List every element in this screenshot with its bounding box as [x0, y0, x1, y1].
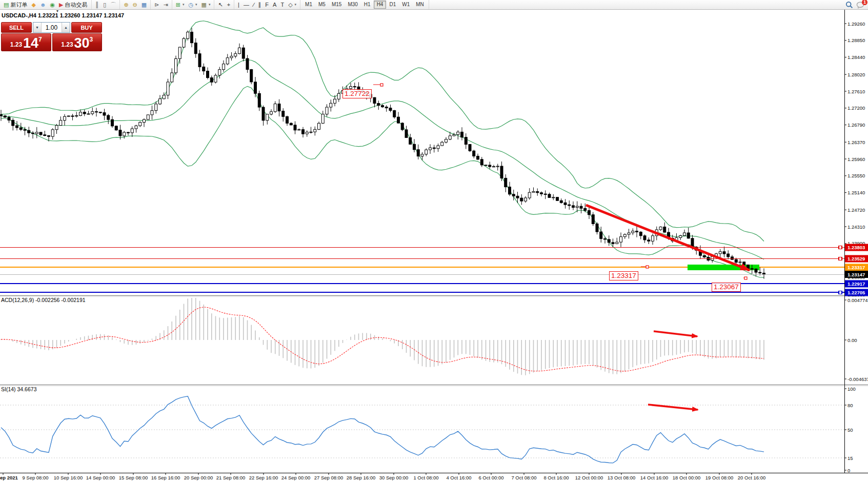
add-indicator-icon: ⊞	[176, 1, 180, 9]
line-handle[interactable]	[839, 291, 842, 294]
time-axis-label: ep 2021	[0, 475, 18, 480]
volume-box: ▼ 1.00 ▲	[33, 22, 70, 33]
timeframe-button-m1[interactable]: M1	[302, 1, 315, 9]
line-handle[interactable]	[839, 246, 842, 249]
notification-badge: 1	[862, 0, 867, 5]
buy-price[interactable]: 1.23 30 3	[52, 33, 103, 51]
price-annotation-label[interactable]: 1.23067	[712, 283, 741, 292]
sell-price[interactable]: 1.23 14 7	[1, 33, 51, 51]
line-handle[interactable]	[839, 257, 842, 260]
one-click-trade-panel: SELL ▼ 1.00 ▲ BUY 1.23 14 7 1.23 30 3	[1, 22, 102, 51]
chevron-down-icon: ▾	[209, 3, 211, 7]
bollinger-upper-band	[1, 21, 764, 242]
tile-windows-icon[interactable]: ▦	[139, 1, 149, 9]
price-tick: 1.25550	[847, 173, 865, 178]
price-tick: 1.28440	[847, 54, 865, 60]
time-axis-label: 18 Oct 00:00	[673, 475, 700, 480]
trendline-icon[interactable]: ∕	[251, 1, 256, 9]
periods-button[interactable]: ◷▾	[186, 1, 199, 9]
chart-shift-icon[interactable]: ⇥	[161, 1, 170, 9]
indicator-axis-tick: 0	[847, 468, 850, 473]
search-icon[interactable]	[845, 1, 853, 9]
templates-button[interactable]: ▦▾	[199, 1, 213, 9]
zoom-out-icon[interactable]: ⊖	[131, 1, 139, 9]
timeframe-button-m15[interactable]: M15	[329, 1, 345, 9]
indicator-axis-tick: 0.004774	[847, 297, 868, 303]
timeframe-button-h1[interactable]: H1	[361, 1, 374, 9]
price-annotation-label[interactable]: 1.27722	[342, 89, 372, 98]
text-icon: A	[273, 1, 276, 9]
auto-scroll-icon[interactable]: ⊳	[152, 1, 161, 9]
time-axis-label: 19 Oct 08:00	[705, 475, 733, 480]
toolbar-group: ║▯⌒	[92, 0, 120, 9]
macd-trend-arrow[interactable]	[654, 331, 697, 336]
shapes-button[interactable]: ◇▾	[286, 1, 298, 9]
timeframe-button-d1[interactable]: D1	[386, 1, 399, 9]
candlestick-chart-icon[interactable]: ▯	[101, 1, 108, 9]
timeframe-button-mn[interactable]: MN	[413, 1, 427, 9]
timeframe-button-m30[interactable]: M30	[345, 1, 360, 9]
fibonacci-icon[interactable]: F	[263, 1, 271, 9]
community-icon: ☻	[40, 1, 46, 9]
svg-text:1.22917: 1.22917	[847, 281, 865, 287]
cursor-icon[interactable]: ↖	[216, 1, 225, 9]
volume-increase-button[interactable]: ▲	[62, 23, 70, 32]
time-axis-label: 13 Oct 08:00	[608, 475, 635, 480]
zoom-in-icon[interactable]: ⊕	[122, 1, 130, 9]
signals-icon: ◉	[50, 1, 55, 9]
chart-canvas: 1.292601.288501.284401.280201.276101.272…	[0, 9, 868, 482]
chart[interactable]: 1.292601.288501.284401.280201.276101.272…	[0, 9, 868, 482]
text-icon[interactable]: A	[271, 1, 278, 9]
crosshair-icon[interactable]: +	[225, 1, 232, 9]
timeframe-button-m5[interactable]: M5	[315, 1, 329, 9]
candlestick-chart-icon: ▯	[103, 1, 106, 9]
time-axis-label: 24 Sep 00:00	[281, 475, 311, 480]
sell-button[interactable]: SELL	[1, 22, 32, 33]
sell-price-small: 1.23	[10, 41, 22, 48]
timeframe-group: M1M5M15M30H1H4D1W1MN	[300, 0, 429, 9]
auto-trading-button-label: 自动交易	[65, 1, 88, 9]
bar-chart-icon[interactable]: ║	[93, 1, 102, 9]
volume-decrease-button[interactable]: ▼	[33, 23, 42, 32]
toolbar: ▤新订单◆☻◉▶自动交易║▯⌒⊕⊖▦⊳⇥⊞▾◷▾▦▾↖+|—∕∥FAT◇▾ M1…	[0, 0, 868, 10]
cursor-icon: ↖	[218, 1, 223, 9]
channel-icon[interactable]: ∥	[256, 1, 264, 9]
time-axis-label: 16 Sep 16:00	[151, 475, 180, 480]
periods-icon: ◷	[188, 1, 193, 9]
new-order-icon: ▤	[4, 1, 9, 9]
horizontal-line-icon[interactable]: —	[241, 1, 251, 9]
timeframe-button-h4[interactable]: H4	[374, 1, 387, 9]
time-axis-label: 7 Oct 08:00	[511, 475, 536, 480]
line-chart-icon[interactable]: ⌒	[108, 1, 118, 9]
line-chart-icon: ⌒	[110, 1, 116, 9]
vertical-line-icon[interactable]: |	[236, 1, 241, 9]
new-order-button[interactable]: ▤新订单	[2, 1, 29, 9]
community-icon[interactable]: ☻	[38, 1, 48, 9]
bollinger-lower-band	[1, 86, 764, 277]
auto-scroll-icon: ⊳	[154, 1, 159, 9]
price-annotation-label[interactable]: 1.23317	[609, 271, 638, 280]
label-icon[interactable]: T	[278, 1, 286, 9]
label-icon: T	[280, 1, 284, 9]
add-indicator-button[interactable]: ⊞▾	[174, 1, 187, 9]
highlighter-icon[interactable]: ◆	[29, 1, 37, 9]
time-axis-label: 20 Sep 00:00	[184, 475, 213, 480]
svg-text:1.23317: 1.23317	[847, 265, 865, 270]
buy-button[interactable]: BUY	[71, 22, 102, 33]
toolbar-right: 1	[845, 1, 868, 9]
volume-input[interactable]: 1.00	[42, 23, 62, 32]
svg-text:1.23803: 1.23803	[847, 245, 865, 250]
price-tick: 1.28020	[847, 72, 865, 77]
downtrend-line[interactable]	[586, 205, 750, 270]
time-axis-label: 10 Sep 16:00	[54, 475, 83, 480]
time-axis-label: 8 Oct 16:00	[543, 475, 569, 480]
vertical-line-icon: |	[238, 1, 239, 9]
buy-price-big: 30	[74, 37, 90, 50]
chat-icon[interactable]: 1	[856, 1, 865, 9]
auto-trading-button[interactable]: ▶自动交易	[57, 1, 89, 9]
toolbar-group: |—∕∥FAT◇▾	[234, 0, 300, 9]
price-tick: 1.27200	[847, 105, 865, 111]
timeframe-button-w1[interactable]: W1	[399, 1, 413, 9]
signals-icon[interactable]: ◉	[48, 1, 57, 9]
toolbar-group: ↖+	[214, 0, 234, 9]
